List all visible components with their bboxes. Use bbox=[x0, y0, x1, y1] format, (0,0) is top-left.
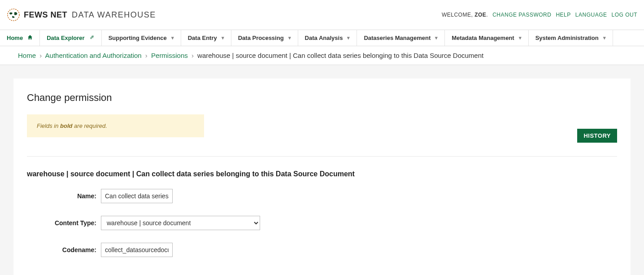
object-title: warehouse | source document | Can collec… bbox=[27, 170, 617, 178]
logo-area[interactable]: FEWS NET DATA WAREHOUSE bbox=[7, 8, 156, 22]
form-row-codename: Codename: bbox=[27, 243, 617, 257]
name-label: Name: bbox=[27, 192, 101, 200]
user-links: WELCOME, ZOE. CHANGE PASSWORD HELP LANGU… bbox=[442, 12, 637, 18]
form-row-content-type: Content Type: warehouse | source documen… bbox=[27, 216, 617, 230]
site-header: FEWS NET DATA WAREHOUSE WELCOME, ZOE. CH… bbox=[0, 0, 644, 30]
nav-system-administration[interactable]: System Administration ▾ bbox=[529, 30, 613, 46]
nav-supporting-evidence[interactable]: Supporting Evidence ▾ bbox=[102, 30, 181, 46]
breadcrumb-permissions[interactable]: Permissions bbox=[151, 52, 188, 59]
chevron-down-icon: ▾ bbox=[603, 35, 606, 41]
nav-dataseries-management[interactable]: Dataseries Management ▾ bbox=[357, 30, 445, 46]
nav-data-processing[interactable]: Data Processing ▾ bbox=[231, 30, 298, 46]
home-icon bbox=[27, 35, 33, 41]
chevron-down-icon: ▾ bbox=[222, 35, 224, 41]
change-password-link[interactable]: CHANGE PASSWORD bbox=[492, 12, 551, 18]
language-link[interactable]: LANGUAGE bbox=[575, 12, 607, 18]
breadcrumb: Home › Authentication and Authorization … bbox=[0, 46, 644, 65]
chevron-down-icon: ▾ bbox=[519, 35, 522, 41]
required-fields-notice: Fields in bold are required. bbox=[27, 114, 204, 137]
link-icon bbox=[89, 35, 95, 41]
main-card: Change permission Fields in bold are req… bbox=[13, 79, 631, 275]
name-field[interactable] bbox=[101, 189, 173, 203]
nav-data-entry[interactable]: Data Entry ▾ bbox=[181, 30, 231, 46]
welcome-text: WELCOME, ZOE. bbox=[442, 12, 488, 18]
globe-icon bbox=[7, 8, 20, 22]
main-nav: Home Data Explorer Supporting Evidence ▾… bbox=[0, 30, 644, 46]
codename-label: Codename: bbox=[27, 246, 101, 253]
username: ZOE bbox=[474, 12, 486, 18]
breadcrumb-current: warehouse | source document | Can collec… bbox=[197, 52, 483, 59]
chevron-down-icon: ▾ bbox=[347, 35, 350, 41]
breadcrumb-auth[interactable]: Authentication and Authorization bbox=[45, 52, 142, 59]
nav-data-explorer[interactable]: Data Explorer bbox=[40, 30, 102, 46]
content-wrap: Change permission Fields in bold are req… bbox=[0, 65, 644, 275]
logo-secondary-text: DATA WAREHOUSE bbox=[72, 10, 156, 20]
page-title: Change permission bbox=[27, 92, 617, 104]
chevron-down-icon: ▾ bbox=[288, 35, 291, 41]
notice-row: Fields in bold are required. HISTORY bbox=[27, 114, 617, 157]
content-type-label: Content Type: bbox=[27, 219, 101, 227]
codename-field[interactable] bbox=[101, 243, 173, 257]
logout-link[interactable]: LOG OUT bbox=[611, 12, 637, 18]
nav-home[interactable]: Home bbox=[0, 30, 40, 46]
logo-primary-text: FEWS NET bbox=[24, 10, 67, 20]
nav-data-analysis[interactable]: Data Analysis ▾ bbox=[298, 30, 357, 46]
nav-metadata-management[interactable]: Metadata Management ▾ bbox=[445, 30, 528, 46]
help-link[interactable]: HELP bbox=[556, 12, 570, 18]
form-row-name: Name: bbox=[27, 189, 617, 203]
chevron-down-icon: ▾ bbox=[435, 35, 438, 41]
history-button[interactable]: HISTORY bbox=[577, 129, 617, 143]
svg-point-0 bbox=[8, 9, 19, 21]
breadcrumb-home[interactable]: Home bbox=[18, 52, 36, 59]
chevron-down-icon: ▾ bbox=[171, 35, 174, 41]
content-type-select[interactable]: warehouse | source document bbox=[101, 216, 260, 230]
